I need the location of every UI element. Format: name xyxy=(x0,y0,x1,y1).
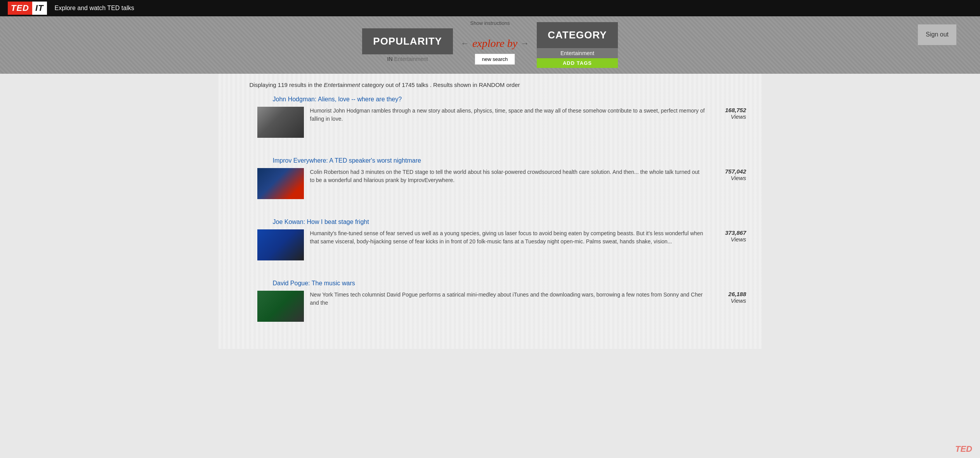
talk-views: 757,042 Views xyxy=(711,168,746,181)
thumbnail-image xyxy=(257,168,304,199)
talk-title-link[interactable]: David Pogue: The music wars xyxy=(273,280,746,287)
logo-container: TEDIT xyxy=(8,2,47,15)
talk-thumbnail xyxy=(257,229,304,260)
talks-container: John Hodgman: Aliens, love -- where are … xyxy=(234,96,746,330)
thumbnail-image xyxy=(257,229,304,260)
talk-body: New York Times tech columnist David Pogu… xyxy=(257,291,746,322)
popularity-button[interactable]: POPULARITY xyxy=(362,28,453,54)
views-count: 168,752 xyxy=(711,107,746,113)
views-label: Views xyxy=(731,236,746,243)
thumbnail-image xyxy=(257,107,304,138)
talk-title-link[interactable]: Joe Kowan: How I beat stage fright xyxy=(273,219,746,226)
talk-body: Humanity's fine-tuned sense of fear serv… xyxy=(257,229,746,260)
explore-by-label: ← explore by → xyxy=(461,37,529,50)
category-button[interactable]: CATEGORY xyxy=(537,22,617,48)
talk-item: Joe Kowan: How I beat stage fright Human… xyxy=(234,219,746,268)
top-navigation-bar: TEDIT Explore and watch TED talks xyxy=(0,0,980,16)
sign-out-button[interactable]: Sign out xyxy=(918,24,957,45)
arrow-right-icon: → xyxy=(520,38,529,49)
views-count: 373,867 xyxy=(711,229,746,236)
talk-thumbnail xyxy=(257,291,304,322)
views-label: Views xyxy=(731,175,746,181)
talk-description: Humanity's fine-tuned sense of fear serv… xyxy=(310,229,705,246)
results-summary: Displaying 119 results in the Entertainm… xyxy=(250,82,746,88)
views-count: 757,042 xyxy=(711,168,746,175)
tagline: Explore and watch TED talks xyxy=(55,5,134,12)
talk-body: Colin Robertson had 3 minutes on the TED… xyxy=(257,168,746,199)
talk-views: 26,188 Views xyxy=(711,291,746,304)
in-label: IN xyxy=(387,56,393,62)
views-count: 26,188 xyxy=(711,291,746,297)
add-tags-button[interactable]: ADD TAGS xyxy=(537,58,617,68)
talk-views: 373,867 Views xyxy=(711,229,746,243)
results-post: category out of 1745 talks . Results sho… xyxy=(360,82,520,88)
logo-ted: TED xyxy=(8,2,32,15)
talk-views: 168,752 Views xyxy=(711,107,746,120)
talk-description: Colin Robertson had 3 minutes on the TED… xyxy=(310,168,705,184)
arrow-left-icon: ← xyxy=(461,38,469,49)
popularity-category: Entertainment xyxy=(394,56,428,62)
talk-description: New York Times tech columnist David Pogu… xyxy=(310,291,705,307)
popularity-section: POPULARITY IN Entertainment xyxy=(362,28,453,62)
show-instructions-label: Show instructions xyxy=(470,20,510,26)
category-entertainment-label: Entertainment xyxy=(537,48,617,58)
talk-description: Humorist John Hodgman rambles through a … xyxy=(310,107,705,123)
results-pre: Displaying 119 results in the xyxy=(250,82,324,88)
logo-it: IT xyxy=(32,2,47,15)
popularity-sub-label: IN Entertainment xyxy=(387,56,428,62)
talk-item: John Hodgman: Aliens, love -- where are … xyxy=(234,96,746,146)
talk-item: Improv Everywhere: A TED speaker's worst… xyxy=(234,157,746,207)
talk-title-link[interactable]: John Hodgman: Aliens, love -- where are … xyxy=(273,96,746,103)
category-section: CATEGORY Entertainment ADD TAGS xyxy=(537,22,617,68)
talk-thumbnail xyxy=(257,107,304,138)
explore-by-section: ← explore by → new search xyxy=(461,26,529,65)
views-label: Views xyxy=(731,297,746,304)
talk-body: Humorist John Hodgman rambles through a … xyxy=(257,107,746,138)
main-content: Displaying 119 results in the Entertainm… xyxy=(219,74,762,349)
results-category: Entertainment xyxy=(324,82,360,88)
views-label: Views xyxy=(731,113,746,120)
explore-by-text: explore by xyxy=(472,37,517,50)
controls-bar: Show instructions POPULARITY IN Entertai… xyxy=(0,16,980,74)
talk-title-link[interactable]: Improv Everywhere: A TED speaker's worst… xyxy=(273,157,746,164)
thumbnail-image xyxy=(257,291,304,322)
new-search-button[interactable]: new search xyxy=(475,54,515,65)
talk-item: David Pogue: The music wars New York Tim… xyxy=(234,280,746,330)
category-sub-wrapper: Entertainment ADD TAGS xyxy=(537,48,617,68)
talk-thumbnail xyxy=(257,168,304,199)
